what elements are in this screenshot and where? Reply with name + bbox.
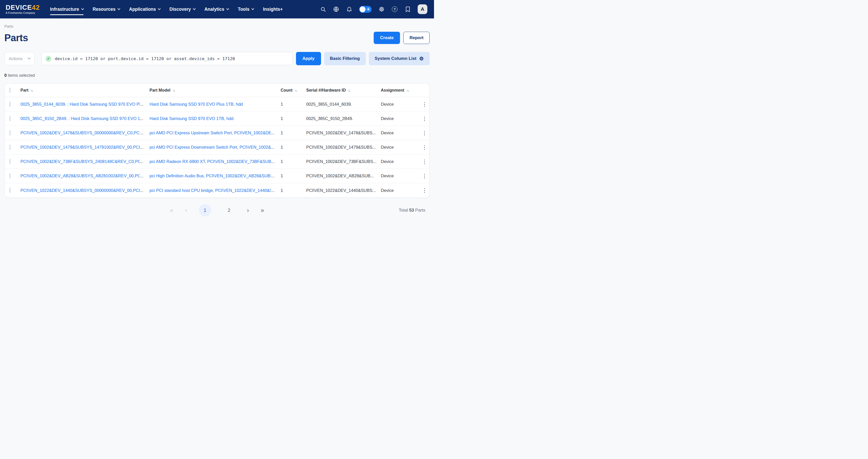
total-count: Total 53 Parts [399,208,425,213]
row-checkbox[interactable] [9,116,10,121]
sort-icon: ↑↓ [173,88,175,92]
part-link[interactable]: PCI\VEN_1002&DEV_AB28&SUBSYS_AB281002&RE… [21,173,140,178]
filter-query-input[interactable]: ✓ device.id = 17120 or port.device.id = … [41,52,293,65]
avatar[interactable]: A [417,4,427,14]
sort-icon: ↑↓ [294,88,297,92]
row-menu-kebab-icon[interactable]: ⋮ [420,130,429,136]
page-button-1[interactable]: 1 [199,204,211,217]
row-checkbox[interactable] [9,188,10,193]
part-link[interactable]: PCI\VEN_1002&DEV_73BF&SUBSYS_2408148C&RE… [21,159,140,164]
table-row: PCI\VEN_1002&DEV_73BF&SUBSYS_2408148C&RE… [5,154,429,169]
part-link[interactable]: PCI\VEN_1002&DEV_1478&SUBSYS_00000000&RE… [21,131,140,135]
apply-button[interactable]: Apply [296,52,321,65]
part-link[interactable]: 0025_385C_9150_2B49. : Hard Disk Samsung… [21,116,140,121]
part-link[interactable]: PCI\VEN_1002&DEV_1479&SUBSYS_14791002&RE… [21,145,140,150]
sun-icon [366,7,370,11]
help-icon[interactable]: ? [392,6,398,12]
part-model-link[interactable]: Hard Disk Samsung SSD 970 EVO 1TB, hdd [150,116,234,121]
last-page-button[interactable]: » [261,207,264,213]
serial-value: 0025_3855_0144_6039. [306,102,352,107]
truncation-ellipsis: ... [271,188,275,193]
nav-item-infrastructure[interactable]: Infrastructure [50,0,84,19]
column-header-part-model[interactable]: Part Model↑↓ [150,88,281,93]
basic-filtering-button[interactable]: Basic Filtering [324,52,366,65]
truncation-ellipsis: ... [373,159,376,164]
bell-icon[interactable] [346,6,352,12]
count-value: 1 [281,188,283,193]
row-menu-kebab-icon[interactable]: ⋮ [420,144,429,150]
system-column-list-button[interactable]: System Column List ⚙ [369,52,430,65]
part-model-link[interactable]: pci High Definition Audio Bus, PCI\VEN_1… [150,173,271,178]
column-header-assignment[interactable]: Assignment↑↓ [381,88,420,93]
chevron-down-icon [193,7,195,10]
globe-icon[interactable] [333,6,339,12]
bookmark-icon[interactable] [405,6,411,12]
row-checkbox[interactable] [9,159,10,164]
row-menu-kebab-icon[interactable]: ⋮ [420,116,429,122]
row-menu-kebab-icon[interactable]: ⋮ [420,173,429,179]
truncation-ellipsis: ... [372,188,376,193]
count-value: 1 [281,145,283,150]
part-model-link[interactable]: pci AMD Radeon RX 6900 XT, PCI\VEN_1002&… [150,159,271,164]
truncation-ellipsis: ... [140,173,144,178]
truncation-ellipsis: ... [271,173,275,178]
search-icon[interactable] [320,6,326,12]
part-model-link[interactable]: pci AMD PCI Express Upstream Switch Port… [150,131,271,135]
nav-item-insights[interactable]: Insights+ [263,0,283,19]
table-row: PCI\VEN_1002&DEV_AB28&SUBSYS_AB281002&RE… [5,169,429,183]
logo-accent: 42 [32,4,40,11]
first-page-button[interactable]: « [170,207,173,213]
select-all-checkbox[interactable] [9,87,10,93]
column-header-serial[interactable]: Serial #/Hardware ID↑↓ [306,88,381,93]
chevron-down-icon [158,7,160,10]
next-page-button[interactable]: › [247,207,249,213]
part-model-link[interactable]: pci AMD PCI Express Downstream Switch Po… [150,145,271,150]
nav-item-tools[interactable]: Tools [238,0,254,19]
serial-value: PCI\VEN_1002&DEV_1478&SUBS [306,131,372,135]
count-value: 1 [281,173,283,178]
nav-item-resources[interactable]: Resources [93,0,120,19]
actions-dropdown[interactable]: Actions [4,52,34,65]
row-menu-kebab-icon[interactable]: ⋮ [420,187,429,194]
assignment-value: Device [381,102,394,107]
create-button[interactable]: Create [374,32,400,44]
chevron-down-icon [28,56,30,59]
selection-summary: 0 items selected [4,73,430,78]
part-link[interactable]: PCI\VEN_1022&DEV_1440&SUBSYS_00000000&RE… [21,188,140,193]
truncation-ellipsis: ... [140,116,144,121]
part-model-link[interactable]: Hard Disk Samsung SSD 970 EVO Plus 1TB, … [150,102,243,107]
logo-text: DEVICE [6,4,32,11]
filter-query-text: device.id = 17120 or port.device.id = 17… [55,56,235,61]
assignment-value: Device [381,173,394,178]
truncation-ellipsis: ... [372,145,376,150]
breadcrumb[interactable]: Parts [4,24,13,28]
selection-count: 0 [4,73,7,78]
prev-page-button[interactable]: ‹ [185,207,187,213]
device42-logo[interactable]: DEVICE42 A Freshworks Company [6,4,40,14]
toggle-knob [360,6,366,12]
assignment-value: Device [381,159,394,164]
main-nav: Infrastructure Resources Applications Di… [50,0,283,19]
truncation-ellipsis: ... [140,131,144,135]
part-model-link[interactable]: pci PCI standard host CPU bridge, PCI\VE… [150,188,271,193]
row-menu-kebab-icon[interactable]: ⋮ [420,159,429,165]
row-checkbox[interactable] [9,173,10,179]
column-header-count[interactable]: Count↑↓ [281,88,306,93]
column-header-part[interactable]: Part↑↓ [21,88,150,93]
report-button[interactable]: Report [403,32,430,44]
gear-icon[interactable] [378,6,385,12]
nav-item-applications[interactable]: Applications [129,0,160,19]
row-checkbox[interactable] [9,145,10,150]
serial-value: 0025_385C_9150_2B49. [306,116,353,121]
serial-value: PCI\VEN_1002&DEV_1479&SUBS [306,145,372,150]
page-button-2[interactable]: 2 [223,204,235,217]
table-row: PCI\VEN_1002&DEV_1478&SUBSYS_00000000&RE… [5,126,429,140]
row-menu-kebab-icon[interactable]: ⋮ [420,101,429,108]
row-checkbox[interactable] [9,102,10,107]
part-link[interactable]: 0025_3855_0144_6039. : Hard Disk Samsung… [21,102,140,107]
nav-item-discovery[interactable]: Discovery [169,0,195,19]
theme-toggle[interactable] [359,6,372,13]
nav-item-analytics[interactable]: Analytics [205,0,229,19]
count-value: 1 [281,116,283,121]
row-checkbox[interactable] [9,130,10,136]
